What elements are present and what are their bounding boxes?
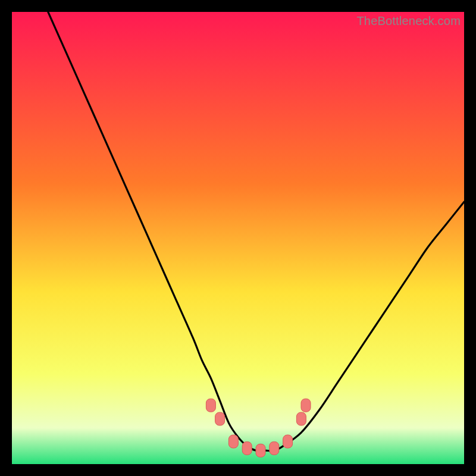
curve-marker [270, 441, 279, 455]
gradient-background [12, 12, 464, 464]
curve-marker [296, 412, 306, 425]
curve-marker [228, 435, 238, 448]
bottleneck-chart [12, 12, 464, 464]
curve-marker [206, 399, 215, 412]
curve-marker [283, 435, 293, 448]
curve-marker [242, 441, 252, 455]
curve-marker [215, 412, 225, 425]
curve-marker [256, 444, 265, 457]
watermark-text: TheBottleneck.com [356, 14, 461, 28]
curve-marker [301, 399, 311, 412]
